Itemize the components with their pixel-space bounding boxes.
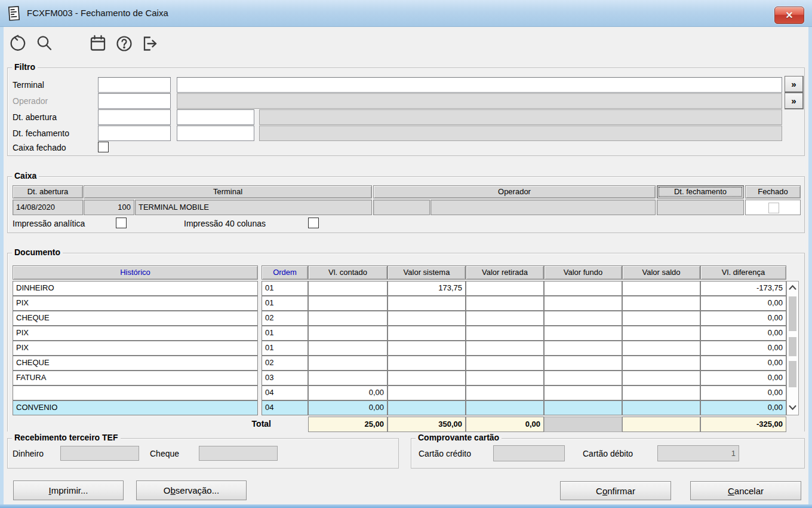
cell-historico[interactable]: CHEQUE xyxy=(13,311,258,326)
cell-historico[interactable]: PIX xyxy=(13,326,258,341)
cell-vl-diferenca[interactable]: 0,00 xyxy=(700,326,786,341)
cell-valor-retirada[interactable] xyxy=(466,371,544,385)
scroll-up-icon[interactable] xyxy=(787,281,798,295)
cell-vl-contado[interactable] xyxy=(308,311,387,326)
column-header-ordem[interactable]: Ordem xyxy=(262,265,308,280)
cell-vl-diferenca[interactable]: 0,00 xyxy=(700,385,786,400)
cell-valor-saldo[interactable] xyxy=(622,281,700,296)
cell-valor-sistema[interactable]: 173,75 xyxy=(387,281,466,296)
caixa-header-dt-fechamento[interactable]: Dt. fechamento xyxy=(657,185,744,198)
table-row[interactable]: PIX010,00 xyxy=(13,296,786,311)
cell-historico[interactable] xyxy=(13,385,258,400)
cell-valor-fundo[interactable] xyxy=(544,385,622,400)
cell-ordem[interactable]: 01 xyxy=(262,326,308,341)
table-row[interactable]: PIX010,00 xyxy=(13,341,786,356)
terminal-lookup-button[interactable]: » xyxy=(785,76,804,93)
cell-valor-fundo[interactable] xyxy=(544,356,622,371)
exit-icon[interactable] xyxy=(139,33,159,54)
caixa-header-fechado[interactable]: Fechado xyxy=(745,185,801,198)
cell-historico[interactable]: PIX xyxy=(13,296,258,311)
cell-vl-contado[interactable] xyxy=(308,356,387,371)
cell-vl-contado[interactable]: 0,00 xyxy=(308,400,387,415)
cell-valor-retirada[interactable] xyxy=(466,296,544,311)
confirmar-button[interactable]: Confirmar xyxy=(560,481,671,500)
cell-valor-sistema[interactable] xyxy=(387,400,466,415)
title-bar[interactable]: FCXFM003 - Fechamento de Caixa ✕ xyxy=(0,0,812,27)
column-header-historico[interactable]: Histórico xyxy=(13,265,258,280)
table-row[interactable]: DINHEIRO01173,75-173,75 xyxy=(13,281,786,296)
search-icon[interactable] xyxy=(35,33,55,54)
table-row[interactable]: CHEQUE020,00 xyxy=(13,356,786,371)
scrollbar-thumb[interactable] xyxy=(789,296,796,331)
column-header-valor-retirada[interactable]: Valor retirada xyxy=(466,265,544,280)
caixa-cell-dt-fechamento[interactable] xyxy=(657,200,744,215)
caixa-cell-terminal-code[interactable]: 100 xyxy=(84,200,134,215)
cell-ordem[interactable]: 03 xyxy=(262,371,308,385)
cell-vl-diferenca[interactable]: 0,00 xyxy=(700,400,786,415)
cell-valor-sistema[interactable] xyxy=(387,356,466,371)
cell-historico[interactable]: FATURA xyxy=(13,371,258,385)
observacao-button[interactable]: Observação... xyxy=(136,481,247,500)
table-row[interactable]: 040,000,00 xyxy=(13,385,786,400)
help-icon[interactable] xyxy=(114,33,134,54)
cell-historico[interactable]: CHEQUE xyxy=(13,356,258,371)
cell-vl-diferenca[interactable]: 0,00 xyxy=(700,296,786,311)
cell-vl-contado[interactable] xyxy=(308,371,387,385)
caixa-header-terminal[interactable]: Terminal xyxy=(84,185,372,198)
terminal-desc-input[interactable] xyxy=(177,77,782,93)
cell-vl-diferenca[interactable]: 0,00 xyxy=(700,371,786,385)
cell-valor-saldo[interactable] xyxy=(622,326,700,341)
cell-valor-sistema[interactable] xyxy=(387,371,466,385)
close-button[interactable]: ✕ xyxy=(774,7,804,24)
cell-valor-fundo[interactable] xyxy=(544,371,622,385)
column-header-valor-saldo[interactable]: Valor saldo xyxy=(622,265,700,280)
cancelar-button[interactable]: Cancelar xyxy=(690,481,801,500)
cell-valor-retirada[interactable] xyxy=(466,385,544,400)
cell-vl-contado[interactable] xyxy=(308,326,387,341)
terminal-code-input[interactable] xyxy=(98,77,171,93)
cell-valor-saldo[interactable] xyxy=(622,356,700,371)
scrollbar-thumb[interactable] xyxy=(789,337,796,356)
operador-lookup-button[interactable]: » xyxy=(785,93,804,109)
impressao-40-colunas-checkbox[interactable] xyxy=(308,218,319,228)
fechado-checkbox[interactable] xyxy=(768,203,779,213)
column-header-valor-sistema[interactable]: Valor sistema xyxy=(387,265,466,280)
cell-vl-diferenca[interactable]: 0,00 xyxy=(700,311,786,326)
cell-ordem[interactable]: 01 xyxy=(262,281,308,296)
caixa-header-dt-abertura[interactable]: Dt. abertura xyxy=(13,185,83,198)
cell-valor-fundo[interactable] xyxy=(544,296,622,311)
cell-valor-retirada[interactable] xyxy=(466,281,544,296)
cell-valor-retirada[interactable] xyxy=(466,356,544,371)
cell-vl-diferenca[interactable]: -173,75 xyxy=(700,281,786,296)
cell-vl-diferenca[interactable]: 0,00 xyxy=(700,341,786,356)
cell-valor-fundo[interactable] xyxy=(544,341,622,356)
caixa-cell-dt-abertura[interactable]: 14/08/2020 xyxy=(13,200,83,215)
column-header-vl-diferenca[interactable]: Vl. diferença xyxy=(700,265,786,280)
cell-historico[interactable]: PIX xyxy=(13,341,258,356)
cell-valor-fundo[interactable] xyxy=(544,326,622,341)
cell-valor-fundo[interactable] xyxy=(544,311,622,326)
cell-valor-sistema[interactable] xyxy=(387,385,466,400)
cell-valor-sistema[interactable] xyxy=(387,326,466,341)
cell-ordem[interactable]: 04 xyxy=(262,400,308,415)
cell-vl-diferenca[interactable]: 0,00 xyxy=(700,356,786,371)
dt-fechamento-input-2[interactable] xyxy=(177,126,254,141)
caixa-fechado-checkbox[interactable] xyxy=(98,142,109,152)
caixa-cell-terminal-name[interactable]: TERMINAL MOBILE xyxy=(135,200,372,215)
cell-historico[interactable]: CONVENIO xyxy=(13,400,258,415)
cell-valor-saldo[interactable] xyxy=(622,311,700,326)
caixa-cell-operador-name[interactable] xyxy=(430,200,656,215)
cell-valor-sistema[interactable] xyxy=(387,341,466,356)
cell-valor-sistema[interactable] xyxy=(387,311,466,326)
vertical-scrollbar[interactable] xyxy=(786,281,799,415)
cell-valor-retirada[interactable] xyxy=(466,400,544,415)
scrollbar-thumb[interactable] xyxy=(789,361,796,387)
column-header-vl-contado[interactable]: Vl. contado xyxy=(308,265,387,280)
cell-ordem[interactable]: 01 xyxy=(262,341,308,356)
cell-valor-saldo[interactable] xyxy=(622,341,700,356)
calendar-icon[interactable] xyxy=(88,33,108,54)
cell-valor-fundo[interactable] xyxy=(544,400,622,415)
impressao-analitica-checkbox[interactable] xyxy=(116,218,127,228)
cell-vl-contado[interactable] xyxy=(308,281,387,296)
cell-ordem[interactable]: 02 xyxy=(262,311,308,326)
